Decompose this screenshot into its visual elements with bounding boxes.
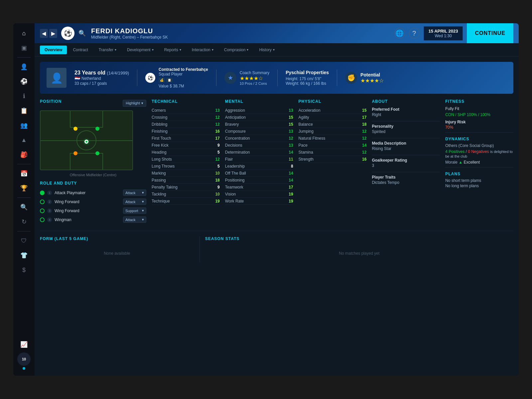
- attr-first-touch: First Touch 17: [152, 135, 220, 142]
- attr-finishing: Finishing 16: [152, 128, 220, 135]
- player-name: FERDI KADIOGLU: [91, 27, 168, 35]
- sidebar-icon-shield[interactable]: 🛡: [17, 234, 31, 247]
- about-personality: Personality Spirited: [372, 124, 440, 134]
- contract-type: Squad Player: [159, 72, 208, 76]
- role-number-4: 4: [47, 217, 52, 222]
- tab-interaction[interactable]: Interaction ▾: [187, 46, 218, 54]
- attr-flair: Flair 11: [225, 156, 293, 163]
- potential-block: ✊ Potential ★★★★☆: [345, 72, 384, 84]
- role-number-1: 1: [47, 191, 52, 195]
- player-nation: 🇳🇱 Netherland: [74, 76, 129, 81]
- attr-composure: Composure 13: [225, 128, 293, 135]
- back-arrow[interactable]: ◀: [40, 29, 48, 38]
- potential-details: Potential ★★★★☆: [360, 72, 384, 84]
- role-dot-3: [40, 208, 45, 213]
- sidebar-icon-shirt[interactable]: 👕: [17, 249, 31, 262]
- sidebar-icon-refresh[interactable]: ↻: [17, 215, 31, 228]
- player-info: FERDI KADIOGLU Midfielder (Right, Centre…: [91, 27, 168, 40]
- tab-transfer[interactable]: Transfer ▾: [94, 46, 121, 54]
- sidebar-icon-bag[interactable]: 🎒: [17, 148, 31, 161]
- sidebar-icon-home[interactable]: ⌂: [17, 27, 31, 40]
- attr-teamwork: Teamwork 17: [225, 184, 293, 191]
- player-value: Value $ 38.7M: [159, 84, 208, 88]
- role-item-4: 4 Wingman Attack ▾: [40, 216, 146, 223]
- tab-comprasion[interactable]: Comprasion ▾: [219, 46, 253, 54]
- attr-aggression: Aggression 13: [225, 107, 293, 114]
- position-dot-4: [95, 151, 99, 155]
- sidebar-icon-money[interactable]: $: [17, 263, 31, 277]
- duty-select-1[interactable]: Attack ▾: [123, 190, 146, 196]
- attr-determination: Determination 14: [225, 149, 293, 156]
- player-avatar: 👤: [47, 68, 66, 88]
- duty-select-2[interactable]: Attack ▾: [123, 199, 146, 205]
- tab-development[interactable]: Development ▾: [122, 46, 158, 54]
- sidebar-icon-football[interactable]: ⚽: [17, 75, 31, 88]
- tab-contract[interactable]: Contract: [68, 46, 92, 54]
- sidebar-icon-doc[interactable]: 📋: [17, 104, 31, 117]
- attr-bravery: Bravery 15: [225, 121, 293, 128]
- nav-tabs: Overview Contract Transfer ▾ Development…: [35, 43, 519, 57]
- attr-strength: Strength 16: [299, 156, 367, 163]
- sidebar-icon-alert[interactable]: ▲: [17, 133, 31, 147]
- attr-vision: Vision 19: [225, 191, 293, 198]
- sidebar-divider: [17, 57, 31, 58]
- about-column: ABOUT Preferred Foot Right Personality S…: [372, 99, 440, 225]
- sidebar-icon-stats[interactable]: 📈: [17, 338, 31, 351]
- coach-stars: ★★★★☆: [240, 75, 269, 81]
- sidebar-icon-people[interactable]: 👤: [17, 60, 31, 73]
- contract-details: Contracted to Fenerbahçe Squad Player 💰 …: [159, 67, 208, 88]
- sidebar-icon-group[interactable]: 👥: [17, 119, 31, 132]
- duty-select-3[interactable]: Support ▾: [123, 207, 146, 214]
- tab-reports[interactable]: Reports ▾: [160, 46, 186, 54]
- globe-icon[interactable]: 🌐: [394, 28, 405, 39]
- physical-title: Pyschial Properties: [286, 70, 329, 75]
- sidebar-icon-search[interactable]: 🔍: [17, 200, 31, 214]
- attr-decisions: Decisions 13: [225, 142, 293, 149]
- fenerbahce-logo: ⚽: [145, 73, 155, 83]
- role-duty-title: ROLE AND DUTY: [40, 181, 146, 186]
- flag-icon: 🇳🇱: [74, 76, 80, 81]
- attr-tackling: Tackling 10: [152, 191, 220, 198]
- season-section: SEASON STATS No matches played yet: [200, 236, 513, 262]
- role-label-1: Attack Playmaker: [55, 191, 120, 195]
- tab-overview[interactable]: Overview: [40, 46, 67, 54]
- coach-summary-label: Coach Summary: [240, 70, 269, 75]
- topbar: ◀ ▶ ⚽ 🔍 FERDI KADIOGLU Midfielder (Right…: [35, 23, 519, 43]
- role-label-3: Wing Forward: [55, 208, 120, 213]
- date-line2: Wed 1:30: [429, 34, 458, 38]
- position-panel: POSITION Highlight ▾: [40, 99, 146, 225]
- attr-anticipation: Anticipation 15: [225, 114, 293, 121]
- chevron-down-icon-role2: ▾: [142, 200, 144, 204]
- sidebar-icon-screen[interactable]: ▣: [17, 41, 31, 55]
- fitness-divider-1: [445, 132, 513, 133]
- date-line1: 15 APRIL 2023: [429, 29, 458, 34]
- continue-button[interactable]: CONTINUE: [467, 23, 513, 43]
- short-term-plans: No short term plams: [445, 178, 513, 183]
- position-dot-selected: [84, 140, 88, 144]
- sidebar-badge[interactable]: 10: [17, 352, 31, 366]
- search-icon-top[interactable]: 🔍: [78, 30, 86, 37]
- dynamics-group: Others (Core Social Group): [445, 143, 513, 148]
- physical-block: Pyschial Properties Height: 175 cm/ 5'8"…: [286, 70, 329, 86]
- forward-arrow[interactable]: ▶: [49, 29, 57, 38]
- sidebar-icon-info[interactable]: ℹ: [17, 89, 31, 103]
- fitness-status: Fully Fit: [445, 106, 513, 111]
- tab-history[interactable]: History ▾: [254, 46, 279, 54]
- physical-title: PHYSICAL: [299, 99, 367, 104]
- help-icon[interactable]: ?: [409, 28, 420, 39]
- attr-long-shots: Long Shots 12: [152, 156, 220, 163]
- coach-block: ★ Coach Summary ★★★★☆ 10 Pros / 2 Cons: [224, 70, 269, 85]
- duty-select-4[interactable]: Attack ▾: [123, 216, 146, 223]
- form-title: FORM (LAST 5 GAME): [40, 236, 194, 241]
- attr-marking: Marking 10: [152, 170, 220, 177]
- attr-free-kick: Free Kick 9: [152, 142, 220, 149]
- position-dot-1: [73, 127, 77, 131]
- position-name: Offensive Midfielder (Centre): [40, 173, 146, 177]
- sidebar-icon-calendar[interactable]: 📅: [17, 167, 31, 180]
- highlight-button[interactable]: Highlight ▾: [123, 100, 146, 107]
- chevron-down-icon: ▾: [141, 101, 143, 105]
- sidebar-icon-trophy[interactable]: 🏆: [17, 182, 31, 195]
- topbar-icons: 🌐 ?: [394, 28, 420, 39]
- sidebar-divider-4: [17, 231, 31, 231]
- dynamics-pos: 4 Positives / 0 Negatives is delighted t…: [445, 149, 513, 159]
